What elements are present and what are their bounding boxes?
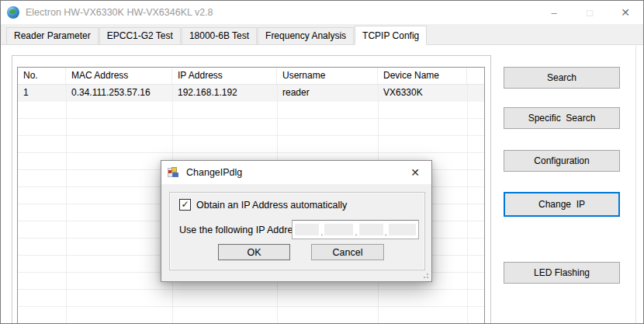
ip-address-label: Use the following IP Address: [179, 225, 292, 235]
ip-address-row: Use the following IP Address: . . . [179, 220, 419, 239]
specific-search-button[interactable]: Specific Search [504, 107, 620, 129]
tab-tcpip-config[interactable]: TCPIP Config [355, 26, 427, 45]
globe-app-icon [7, 6, 19, 19]
ip-octet-3-field[interactable] [359, 224, 383, 235]
cancel-button[interactable]: Cancel [311, 244, 384, 260]
maximize-button[interactable]: □ [572, 1, 608, 24]
tab-reader-parameter[interactable]: Reader Parameter [6, 27, 99, 44]
resize-grip[interactable] [427, 277, 428, 278]
ip-dot-separator: . [355, 229, 357, 235]
obtain-ip-row: ✓ Obtain an IP Address automatically [179, 199, 347, 211]
configuration-button[interactable]: Configuration [504, 150, 620, 172]
column-header-username[interactable]: Username [277, 68, 378, 84]
ip-octet-4-field[interactable] [389, 224, 416, 235]
dialog-inner-panel: ✓ Obtain an IP Address automatically Use… [169, 192, 425, 270]
ok-button[interactable]: OK [218, 244, 290, 260]
grid-line [467, 85, 468, 324]
grid-line [66, 85, 67, 324]
page-right-divider [635, 46, 636, 323]
column-header-ip-address[interactable]: IP Address [172, 68, 277, 84]
dialog-title: ChangeIPdlg [186, 167, 242, 178]
column-header-filler [467, 68, 484, 84]
window-controls: – □ ✕ [536, 1, 643, 24]
ip-dot-separator: . [385, 229, 387, 235]
tab-18000-6b-test[interactable]: 18000-6B Test [182, 27, 257, 44]
winforms-form-icon [168, 166, 180, 179]
obtain-ip-checkbox-label: Obtain an IP Address automatically [196, 200, 347, 211]
change-ip-button[interactable]: Change IP [504, 192, 620, 217]
obtain-ip-checkbox[interactable]: ✓ [179, 199, 191, 211]
dialog-close-icon[interactable]: ✕ [399, 161, 431, 184]
change-ip-dialog: ChangeIPdlg ✕ ✓ Obtain an IP Address aut… [161, 160, 432, 282]
search-button[interactable]: Search [504, 67, 620, 89]
window-title: Electron HW-VX6330K HW-VX6346KL v2.8 [26, 7, 213, 18]
cell-mac-address: 0.34.111.253.57.16 [66, 85, 172, 102]
ip-dot-separator: . [320, 229, 323, 235]
dialog-body: ✓ Obtain an IP Address automatically Use… [161, 184, 431, 281]
column-header-mac-address[interactable]: MAC Address [66, 68, 172, 84]
column-header-no[interactable]: No. [18, 68, 66, 84]
column-header-device-name[interactable]: Device Name [378, 68, 467, 84]
cell-username: reader [277, 85, 378, 102]
dialog-title-bar: ChangeIPdlg ✕ [161, 161, 431, 184]
tab-frequency-analysis[interactable]: Frequency Analysis [258, 27, 354, 44]
title-bar: Electron HW-VX6330K HW-VX6346KL v2.8 – □… [1, 1, 643, 24]
tab-epcc1-g2-test[interactable]: EPCC1-G2 Test [99, 27, 181, 44]
app-window: Electron HW-VX6330K HW-VX6346KL v2.8 – □… [0, 0, 644, 324]
cell-no: 1 [18, 85, 66, 102]
device-table-header: No. MAC Address IP Address Username Devi… [18, 68, 484, 85]
cell-device-name: VX6330K [378, 85, 467, 102]
tab-bar: Reader Parameter EPCC1-G2 Test 18000-6B … [1, 24, 643, 45]
table-row[interactable]: 1 0.34.111.253.57.16 192.168.1.192 reade… [18, 85, 484, 102]
ip-octet-1-field[interactable] [295, 224, 319, 235]
led-flashing-button[interactable]: LED Flashing [504, 262, 620, 284]
cell-ip-address: 192.168.1.192 [172, 85, 277, 102]
ip-address-input[interactable]: . . . [292, 220, 419, 239]
close-button[interactable]: ✕ [608, 1, 643, 24]
minimize-button[interactable]: – [536, 1, 572, 24]
ip-octet-2-field[interactable] [324, 224, 353, 235]
